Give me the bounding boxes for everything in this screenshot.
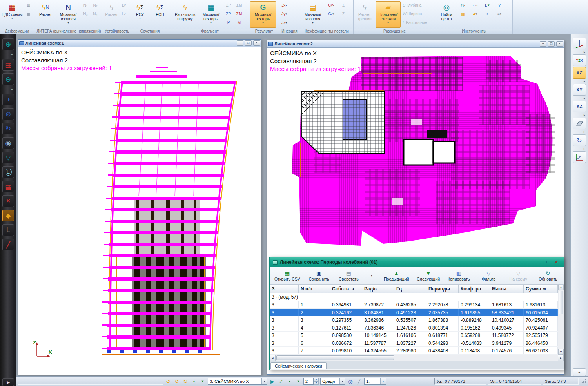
close-button[interactable]: × — [552, 259, 561, 266]
minimize-button[interactable]: – — [540, 41, 546, 47]
measure-button[interactable]: ▭▾ — [469, 1, 481, 9]
column-header[interactable]: З... — [270, 285, 299, 293]
list-button[interactable]: ≡▾ — [494, 10, 505, 18]
flyout-arrow-icon[interactable]: ▸ — [573, 50, 586, 54]
undo-button[interactable]: ↺ — [165, 378, 172, 385]
ly-button[interactable]: Ly — [120, 1, 128, 9]
scroll-left-button[interactable]: ◂ — [270, 355, 276, 361]
scroll-up-button[interactable]: ▲ — [558, 285, 564, 290]
flyout-arrow-icon[interactable]: ▸ — [573, 80, 586, 83]
iso-plane-button[interactable] — [573, 118, 586, 129]
n1-button[interactable]: N₁ — [81, 1, 90, 9]
scroll-down-button[interactable]: ▼ — [558, 349, 564, 355]
fragment-mosaic-vectors-button[interactable]: ▦ Мозаика/векторы ▾ — [199, 1, 223, 28]
flyout-arrow-icon[interactable]: ▸ — [2, 88, 14, 91]
close-button[interactable]: × — [253, 40, 260, 46]
depth-button[interactable]: D Глубина — [401, 1, 423, 9]
table-row[interactable]: 310.3649812.7398720.4362852.2920780.2991… — [270, 301, 558, 309]
rsn-button[interactable]: ϟΣ РСН — [151, 1, 169, 28]
view-yz-button[interactable]: YZ — [573, 101, 586, 112]
column-header[interactable]: N п/п — [299, 285, 330, 293]
flyout-arrow-icon[interactable]: ▸ — [573, 96, 586, 100]
jx-button[interactable]: Jx▾ — [280, 1, 289, 9]
panel-collapse-button[interactable]: ▶ — [2, 378, 14, 386]
next-button[interactable]: ▼Следующий — [417, 270, 440, 281]
zoom-out-button[interactable]: ⊖ — [2, 73, 14, 85]
node-search-button[interactable]: ◎▾ — [457, 1, 469, 9]
column-header[interactable]: Периоды — [426, 285, 459, 293]
fragment-calc-load-button[interactable]: ϟ Рассчитать нагрузку — [172, 1, 198, 28]
column-header[interactable]: Масса — [490, 285, 524, 293]
horizontal-scrollbar[interactable]: ◂ ▸ — [270, 355, 564, 361]
sum-m-button[interactable]: ΣM — [234, 1, 244, 9]
combo-dropdown-icon[interactable]: ▾ — [261, 378, 267, 384]
periods-window-titlebar[interactable]: Линейная схема: Периоды колебаний (01) –… — [270, 257, 564, 267]
half-view-button[interactable]: ◑ — [2, 94, 14, 105]
loadcase-next-button[interactable]: ▼ — [199, 378, 206, 385]
close-button[interactable]: × — [556, 41, 563, 47]
minimize-button[interactable]: – — [530, 259, 539, 266]
filter-button[interactable]: ▽ — [2, 152, 14, 163]
pan-tool-button[interactable]: ◎ — [347, 378, 354, 385]
rotate-view-button[interactable]: ↻ — [573, 134, 586, 146]
folder-button[interactable]: ▰▾ — [469, 10, 481, 18]
tab-seismic-loads[interactable]: Сейсмические нагрузки — [270, 362, 327, 369]
result-mosaic-vectors-button[interactable]: G Мозаика/векторы ▾ — [250, 1, 276, 28]
table-row[interactable]: 350.09853010.1491451.6161060.6187710.659… — [270, 332, 558, 339]
table-row[interactable]: 340.1276117.8363461.2478260.8013940.1951… — [270, 324, 558, 332]
cz-button[interactable]: Cz▾ — [325, 10, 337, 18]
combo-dropdown-icon[interactable]: ▾ — [380, 378, 386, 384]
updown-button[interactable]: ↕ — [481, 10, 493, 18]
distance-button[interactable]: L Расстояние — [401, 18, 428, 27]
column-header[interactable]: Коэф. ра... — [459, 285, 490, 293]
paint-results-button[interactable]: ◆ — [2, 210, 14, 221]
n2-button[interactable]: N₂ — [91, 1, 100, 9]
spin-down-icon[interactable]: ▼ — [314, 381, 319, 385]
scroll-thumb[interactable] — [276, 355, 394, 360]
scroll-thumb[interactable] — [559, 291, 563, 314]
apply-flag-button[interactable]: ▶ — [269, 378, 276, 385]
copy-button[interactable]: ▥Копировать — [448, 270, 470, 281]
group-row[interactable]: 3 - (мод. 57) — [270, 293, 558, 301]
resize-grip[interactable] — [581, 379, 586, 384]
zoom-in-button[interactable]: ⊕ — [2, 38, 14, 50]
width-button[interactable]: W Ширина — [401, 10, 423, 18]
sum-p-button[interactable]: ΣP — [223, 1, 234, 9]
jy-button[interactable]: Jy▾ — [280, 10, 289, 18]
mode-prev-button[interactable]: ▲ — [286, 378, 293, 385]
column-header[interactable]: Гц. — [394, 285, 426, 293]
mode-number-spinner[interactable]: 2 ▲▼ — [303, 378, 319, 385]
spin-up-icon[interactable]: ▲ — [314, 378, 319, 381]
plates-bars-button[interactable]: ▰ Пластины/стержни ▾ — [376, 1, 401, 28]
jz-button[interactable]: Jz▾ — [280, 18, 289, 27]
layout-button[interactable]: ▤Сверстать — [338, 270, 359, 281]
sum-c2-button[interactable]: Σ — [338, 10, 349, 18]
n4-button[interactable]: N₄ — [91, 10, 100, 18]
flyout-arrow-icon[interactable]: ▸ — [573, 130, 586, 134]
column-header[interactable]: Рад/с. — [362, 285, 394, 293]
lz-button[interactable]: Lz — [120, 10, 128, 18]
refresh-button[interactable]: ↻Обновить — [537, 270, 559, 281]
maximize-button[interactable]: □ — [245, 40, 252, 46]
l-tool-button[interactable]: L — [2, 224, 14, 236]
redo-button[interactable]: ↻ — [182, 378, 189, 385]
cy-button[interactable]: Cy▾ — [325, 1, 337, 9]
axes-labels-button[interactable]: Y Z X — [573, 54, 586, 66]
rsu-button[interactable]: ϟΣ РСУ ▾ — [130, 1, 150, 28]
minimize-button[interactable]: – — [237, 40, 243, 46]
mode-next-button[interactable]: ▼ — [295, 378, 302, 385]
column-header[interactable]: Собств. з... — [330, 285, 362, 293]
fragment-button[interactable]: ▦ — [2, 181, 14, 192]
combo-dropdown-icon[interactable]: ▾ — [339, 378, 345, 384]
crack-calc-button[interactable]: ϟ Расчет трещин — [354, 1, 375, 28]
vertical-scrollbar[interactable]: ▲ ▼ — [558, 285, 564, 355]
deform-mosaic-button[interactable]: ▦ — [24, 1, 33, 9]
find-center-button[interactable]: ◎ Найти центр — [437, 1, 456, 28]
pen-tool-button[interactable]: ╱ — [2, 239, 14, 250]
averaging-combo[interactable]: Средн ▾ — [320, 378, 345, 385]
column-header[interactable]: Сумма м... — [524, 285, 558, 293]
bedding-mosaic-button[interactable]: ▤ Мозаика/изополя ▾ — [301, 1, 325, 28]
window1-titlebar[interactable]: Линейная схема:1 – □ × — [18, 40, 261, 47]
rotate-model-button[interactable]: ↻ — [2, 123, 14, 134]
to-scheme-button[interactable]: ▽На схему — [507, 270, 529, 281]
